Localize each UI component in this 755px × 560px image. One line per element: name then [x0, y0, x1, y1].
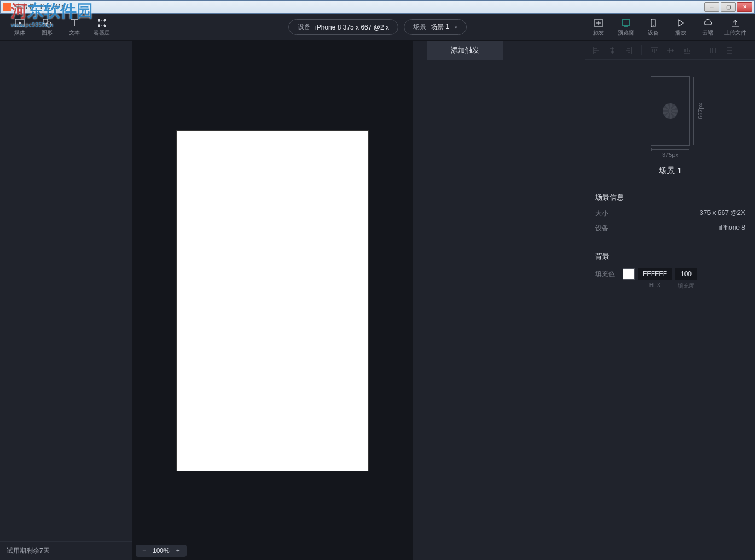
device-label: 设备	[595, 224, 608, 233]
container-icon	[97, 18, 107, 28]
window-title: 未命名 - ProtoPie	[15, 2, 704, 11]
inspector-panel: 375px 667px 场景 1 场景信息 大小 375 x 667 @2X 设…	[585, 41, 755, 560]
opacity-input[interactable]	[675, 268, 697, 280]
align-bottom-icon[interactable]	[682, 45, 692, 55]
video-icon	[15, 18, 25, 28]
cloud-icon	[703, 18, 713, 28]
minimize-button[interactable]: ─	[704, 2, 719, 12]
size-value: 375 x 667 @2X	[700, 209, 745, 218]
align-left-icon[interactable]	[591, 45, 601, 55]
preview-height-label: 667px	[697, 103, 704, 119]
tool-trigger[interactable]: 触发	[585, 15, 612, 39]
align-toolbar	[585, 41, 755, 60]
zoom-control: − 100% +	[136, 545, 187, 557]
tool-play[interactable]: 播放	[667, 15, 694, 39]
canvas-area[interactable]: − 100% +	[132, 41, 413, 560]
fill-label: 填充色	[595, 270, 619, 279]
align-right-icon[interactable]	[624, 45, 634, 55]
tool-preview[interactable]: 预览窗	[613, 15, 639, 39]
preview-frame[interactable]	[651, 76, 690, 146]
preview-icon	[621, 18, 631, 28]
hex-input[interactable]	[638, 268, 672, 280]
device-icon	[648, 18, 658, 28]
maximize-button[interactable]: ▢	[721, 2, 736, 12]
svg-rect-6	[98, 25, 100, 27]
background-section: 背景 填充色 HEX 填充度	[585, 245, 755, 296]
scene-preview: 375px 667px	[585, 60, 755, 151]
zoom-in-button[interactable]: +	[174, 547, 182, 555]
upload-icon	[730, 18, 740, 28]
tool-device[interactable]: 设备	[640, 15, 666, 39]
distribute-v-icon[interactable]	[724, 45, 734, 55]
trigger-panel: 添加触发	[413, 41, 585, 560]
tool-container[interactable]: 容器层	[89, 15, 115, 39]
main-toolbar: 媒体 图形 文本 容器层 设备 iPhone 8 375 x 667 @2 x …	[0, 14, 755, 41]
add-trigger-button[interactable]: 添加触发	[427, 41, 503, 60]
zoom-out-button[interactable]: −	[140, 547, 148, 555]
tool-text[interactable]: 文本	[61, 15, 88, 39]
scene-info-section: 场景信息 大小 375 x 667 @2X 设备 iPhone 8	[585, 186, 755, 245]
text-icon	[69, 18, 79, 28]
distribute-h-icon[interactable]	[708, 45, 718, 55]
svg-point-2	[46, 22, 51, 27]
tool-cloud[interactable]: 云端	[695, 15, 721, 39]
protopie-logo-icon	[663, 103, 678, 119]
device-selector[interactable]: 设备 iPhone 8 375 x 667 @2 x	[288, 19, 398, 35]
svg-rect-5	[104, 19, 106, 21]
layer-panel: 试用期剩余7天	[0, 41, 132, 560]
preview-width-label: 375px	[662, 151, 678, 158]
svg-rect-9	[622, 20, 630, 25]
chevron-down-icon: ▾	[455, 25, 457, 30]
scene-selector[interactable]: 场景 场景 1 ▾	[404, 19, 467, 35]
device-value: iPhone 8	[719, 224, 745, 233]
tool-shape[interactable]: 图形	[34, 15, 60, 39]
tool-media[interactable]: 媒体	[7, 15, 33, 39]
zoom-value: 100%	[153, 547, 170, 555]
window-titlebar: 未命名 - ProtoPie ─ ▢ ✕	[0, 0, 755, 14]
fill-swatch[interactable]	[623, 268, 635, 280]
app-icon	[3, 3, 11, 11]
align-center-v-icon[interactable]	[666, 45, 676, 55]
close-button[interactable]: ✕	[737, 2, 752, 12]
size-label: 大小	[595, 209, 608, 218]
align-center-h-icon[interactable]	[607, 45, 617, 55]
svg-point-11	[653, 25, 654, 26]
play-icon	[676, 18, 686, 28]
shape-icon	[42, 18, 52, 28]
trigger-add-icon	[594, 18, 603, 28]
tool-upload[interactable]: 上传文件	[722, 15, 748, 39]
svg-rect-7	[104, 25, 106, 27]
svg-rect-4	[98, 19, 100, 21]
svg-rect-3	[99, 20, 104, 26]
artboard[interactable]	[177, 131, 368, 471]
trial-notice: 试用期剩余7天	[0, 541, 132, 560]
align-top-icon[interactable]	[649, 45, 659, 55]
